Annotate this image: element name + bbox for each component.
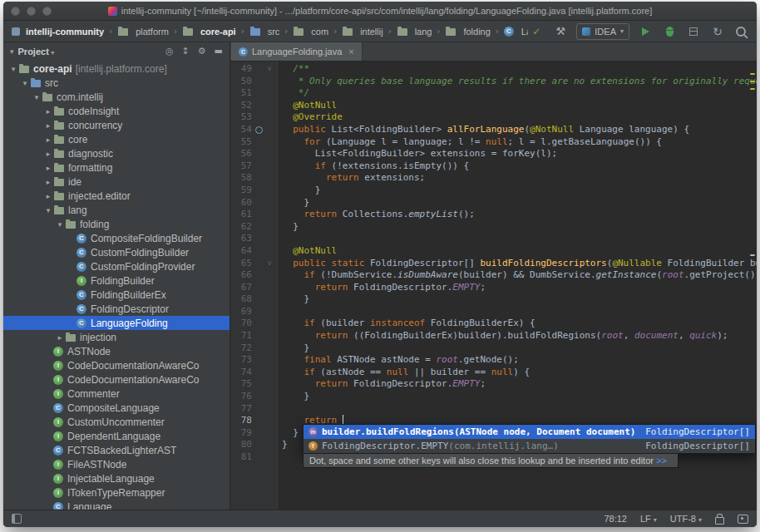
titlebar[interactable]: intellij-community [~/intellij-community… xyxy=(3,2,757,21)
breadcrumb-item[interactable]: folding xyxy=(443,26,491,37)
gutter-fold-column[interactable] xyxy=(252,100,277,112)
tree-item[interactable]: IDependentLanguage xyxy=(3,429,229,443)
code-line[interactable]: 61 return Collections.emptyList(); xyxy=(230,209,757,221)
gutter-fold-column[interactable] xyxy=(252,76,277,88)
gutter-fold-column[interactable] xyxy=(252,451,277,464)
code-line[interactable]: 74 if (astNode == null || builder == nul… xyxy=(230,367,757,379)
tree-item[interactable]: IFoldingBuilder xyxy=(3,273,229,288)
line-number[interactable]: 66 xyxy=(230,269,252,282)
tree-item[interactable]: CCompositeLanguage xyxy=(3,401,229,415)
gutter-fold-column[interactable]: ∨ xyxy=(252,258,277,270)
sync-icon[interactable]: ↻ xyxy=(709,24,726,39)
line-number[interactable]: 72 xyxy=(230,342,252,355)
code-line[interactable]: 64 @NotNull xyxy=(230,245,757,258)
completion-hint-link[interactable]: >> xyxy=(656,456,667,466)
editor-tab[interactable]: C LanguageFolding.java × xyxy=(231,42,363,61)
line-number[interactable]: 60 xyxy=(230,197,252,209)
code-line[interactable]: 55 for (Language l = language; l != null… xyxy=(230,136,757,149)
gutter-fold-column[interactable] xyxy=(252,306,277,318)
code-line[interactable]: 59 } xyxy=(230,185,757,197)
gutter-fold-column[interactable] xyxy=(252,209,277,221)
tree-expand-arrow-icon[interactable]: ▸ xyxy=(43,135,53,144)
tree-item[interactable]: CFoldingDescriptor xyxy=(3,302,229,316)
line-number[interactable]: 81 xyxy=(230,451,252,464)
gutter-fold-column[interactable] xyxy=(252,160,277,173)
gutter-fold-column[interactable] xyxy=(252,124,277,136)
code-line[interactable]: 65∨ public static FoldingDescriptor[] bu… xyxy=(230,258,757,270)
gutter-fold-column[interactable] xyxy=(252,342,277,355)
line-number[interactable]: 73 xyxy=(230,354,252,367)
code-line[interactable]: 73 final ASTNode astNode = root.getNode(… xyxy=(230,354,757,367)
run-button[interactable] xyxy=(637,24,654,39)
code-line[interactable]: 66 if (!DumbService.isDumbAware(builder)… xyxy=(230,269,757,282)
gutter-fold-column[interactable] xyxy=(252,318,277,330)
gutter-fold-column[interactable] xyxy=(252,269,277,282)
breadcrumb-item[interactable]: com xyxy=(291,26,330,37)
close-tab-icon[interactable]: × xyxy=(348,47,353,57)
gutter-fold-column[interactable] xyxy=(252,172,277,185)
code-line[interactable]: 72 } xyxy=(230,342,757,355)
project-view-dropdown[interactable]: Project xyxy=(18,47,55,57)
tree-item[interactable]: ▸injected.editor xyxy=(3,189,229,203)
line-number[interactable]: 55 xyxy=(230,136,252,149)
breadcrumb-item[interactable]: platform xyxy=(116,26,170,37)
tree-item[interactable]: CFCTSBackedLighterAST xyxy=(3,443,229,457)
gutter-fold-column[interactable] xyxy=(252,427,277,440)
run-config-select[interactable]: IDEA▾ xyxy=(576,23,629,40)
code-line[interactable]: 69 xyxy=(230,306,757,318)
tree-item[interactable]: CCompositeFoldingBuilder xyxy=(3,231,229,245)
code-line[interactable]: 60 } xyxy=(230,197,757,209)
tree-item[interactable]: CFoldingBuilderEx xyxy=(3,288,229,302)
code-line[interactable]: 50 * Only queries base language results … xyxy=(230,76,757,88)
breadcrumb-item[interactable]: intellij xyxy=(340,26,385,37)
line-number[interactable]: 67 xyxy=(230,282,252,294)
fold-arrow-icon[interactable]: ∨ xyxy=(267,258,272,270)
caret-position-widget[interactable]: 78:12 xyxy=(604,514,627,524)
code-line[interactable]: 68 } xyxy=(230,293,757,306)
line-separator-widget[interactable]: LF xyxy=(640,514,657,524)
tree-expand-arrow-icon[interactable]: ▸ xyxy=(43,121,53,130)
line-number[interactable]: 76 xyxy=(230,391,252,403)
tree-item[interactable]: CLanguageFolding xyxy=(3,316,229,330)
gutter-fold-column[interactable] xyxy=(252,282,277,294)
line-number[interactable]: 59 xyxy=(230,185,252,197)
line-number[interactable]: 54 xyxy=(230,124,252,136)
code-line[interactable]: 51 */ xyxy=(230,87,757,100)
tree-item[interactable]: ▾folding xyxy=(3,217,229,231)
encoding-widget[interactable]: UTF-8 xyxy=(670,514,702,524)
line-number[interactable]: 71 xyxy=(230,330,252,342)
line-number[interactable]: 52 xyxy=(230,100,252,112)
line-number[interactable]: 79 xyxy=(230,427,252,440)
tree-item[interactable]: ▸formatting xyxy=(3,160,229,175)
line-number[interactable]: 74 xyxy=(230,367,252,379)
toolwindow-switcher-icon[interactable] xyxy=(12,514,22,524)
code-line[interactable]: 49∨ /** xyxy=(230,63,757,76)
line-number[interactable]: 69 xyxy=(230,306,252,318)
override-marker-icon[interactable] xyxy=(255,126,263,134)
tree-item[interactable]: IFileASTNode xyxy=(3,457,229,471)
gutter-fold-column[interactable] xyxy=(252,148,277,160)
gutter-fold-column[interactable] xyxy=(252,415,277,427)
gutter-fold-column[interactable] xyxy=(252,245,277,258)
line-number[interactable]: 50 xyxy=(230,76,252,88)
tree-expand-arrow-icon[interactable]: ▸ xyxy=(43,192,53,200)
code-line[interactable]: 58 return extensions; xyxy=(230,172,757,185)
line-number[interactable]: 57 xyxy=(230,160,252,173)
tree-expand-arrow-icon[interactable]: ▾ xyxy=(55,220,65,229)
completion-item[interactable]: mbuilder.buildFoldRegions(ASTNode node, … xyxy=(304,425,755,439)
line-number[interactable]: 51 xyxy=(230,87,252,100)
build-hammer-icon[interactable]: ⚒ xyxy=(552,24,569,39)
breadcrumb-item[interactable]: intellij-community xyxy=(10,26,106,37)
tree-item[interactable]: ICustomUncommenter xyxy=(3,415,229,429)
line-number[interactable]: 53 xyxy=(230,111,252,124)
breadcrumb-item[interactable]: src xyxy=(248,26,282,37)
tree-expand-arrow-icon[interactable]: ▸ xyxy=(43,150,53,158)
gutter-fold-column[interactable] xyxy=(252,111,277,124)
settings-gear-icon[interactable]: ⚙ xyxy=(198,46,206,57)
collapse-all-icon[interactable]: ↕ xyxy=(182,46,190,57)
code-line[interactable]: 57 if (!extensions.isEmpty()) { xyxy=(230,160,757,173)
code-line[interactable]: 71 return ((FoldingBuilderEx)builder).bu… xyxy=(230,330,757,342)
code-line[interactable]: 76 } xyxy=(230,391,757,403)
line-number[interactable]: 68 xyxy=(230,293,252,306)
gutter-fold-column[interactable] xyxy=(252,367,277,379)
